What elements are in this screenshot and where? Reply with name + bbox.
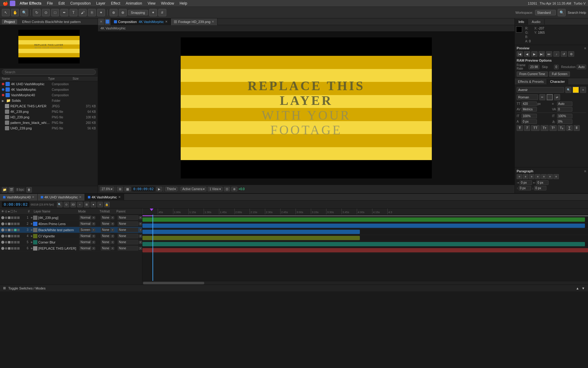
project-item-4k[interactable]: 4K VashiMorphic Composition [0,87,98,92]
tl-tab-4k[interactable]: 4K VashiMorphic ✕ [85,194,124,201]
puppet-tool[interactable]: ✦ [97,9,105,16]
tl-tab-4k-uhd[interactable]: 4K UHD VashiMorphic ✕ [38,194,85,201]
search-help-btn[interactable]: 🔍 [558,9,566,16]
text-color-swatch[interactable] [573,87,579,93]
hide-shy-btn[interactable]: ≡ [97,202,103,207]
tracking-input[interactable] [557,107,572,112]
stamp-tool[interactable]: ⎘ [88,9,96,16]
align-center-btn[interactable]: ≡ [523,174,528,179]
lock-btn[interactable]: 🔒 [104,202,110,207]
layer-5-expand[interactable]: ▶ [31,241,33,243]
snapping-label[interactable]: Snapping [128,10,148,15]
subscript-btn[interactable]: T₂ [558,125,565,131]
viewer-timecode[interactable]: 0:00:09:02 [132,187,155,191]
layer-4-eye[interactable] [1,235,4,238]
hand-tool[interactable]: ✋ [11,9,19,16]
layer-5-parent-arrow[interactable]: ▾ [139,241,142,244]
tl-zoom-in-btn[interactable]: ▼ [582,286,585,290]
all-caps-btn[interactable]: TT [531,125,539,131]
layer-3-trk-arrow[interactable]: ▾ [111,228,114,232]
full-screen-btn[interactable]: Full Screen [549,71,570,77]
layer-1-trk-val[interactable]: None [101,215,111,220]
font-name-input[interactable] [517,87,564,93]
layer-4-lock[interactable] [5,235,7,237]
tl-tab-vashi40-close[interactable]: ✕ [32,195,34,199]
search-layer-btn[interactable]: 🔍 [57,202,62,207]
layer-2-expand[interactable]: ▶ [31,223,33,225]
layer-5-trk-arrow[interactable]: ▾ [111,241,114,244]
layer-6-null[interactable] [11,247,13,250]
layer-3-expand[interactable]: ▶ [31,229,33,231]
toggle-switches-btn[interactable]: ⊞ [3,286,6,290]
preview-first-frame-btn[interactable]: |◀ [517,51,523,57]
kerning-method-input[interactable] [522,107,537,112]
solo-btn[interactable]: ● [91,202,96,207]
align-left-btn[interactable]: ≡ [517,174,522,179]
new-folder-btn[interactable]: 📁 [2,187,7,193]
layer-3-mode-val[interactable]: Screen [79,228,92,232]
render-queue-btn[interactable]: ⊙ [64,202,69,207]
text-tool[interactable]: T [70,9,77,16]
pen-tool[interactable]: ✒ [60,9,68,16]
project-item-pattern[interactable]: pattern_lines_black_white.png PNG file 2… [0,120,98,125]
layer-4-parent-val[interactable]: None [118,234,138,238]
layer-2-trk-val[interactable]: None [101,221,111,226]
layer-6-expand[interactable]: ▶ [31,247,33,250]
layer-4-trk-val[interactable]: None [101,234,111,238]
zoom-level-btn[interactable]: 27.6% ▾ [100,187,114,191]
motion-blur-btn[interactable]: ≈ [77,202,83,207]
third-view-btn[interactable]: Third ▾ [165,187,178,191]
layer-1-null[interactable] [11,217,13,219]
layer-4-parent-arrow[interactable]: ▾ [139,235,142,238]
menu-animation[interactable]: Animation [123,1,145,6]
footage-tab-close[interactable]: ✕ [212,20,214,23]
footage-tab[interactable]: Footage HD_239.png ✕ [171,18,217,25]
layer-3-parent-val[interactable]: None [118,228,138,232]
layer-6-parent-arrow[interactable]: ▾ [139,247,142,250]
grid-view-btn[interactable]: ▦ [124,187,131,191]
align-right-btn[interactable]: ≡ [529,174,534,179]
exposure-btn[interactable]: ⊕ [231,187,237,191]
layer-3-parent-arrow[interactable]: ▾ [139,228,142,232]
effect-controls-tab[interactable]: Effect Controls Black/White test pattern [20,19,83,24]
justify-all-btn[interactable]: ≡ [553,174,559,179]
layer-1-lock[interactable] [5,217,7,219]
menu-app-name[interactable]: After Effects [17,1,44,6]
project-item-vashi40[interactable]: VashiMorphic40 Composition [0,92,98,98]
superscript-btn[interactable]: T² [549,125,557,131]
layer-1-mode-arrow[interactable]: ▾ [92,216,95,219]
menu-layer[interactable]: Layer [94,1,108,6]
layer-4-fx[interactable] [14,235,17,237]
framerate-val[interactable]: 23.98 [529,65,539,69]
apple-menu[interactable]: 🍎 [2,1,8,6]
menu-help[interactable]: Help [177,1,190,6]
layer-3-lock[interactable] [5,229,7,231]
new-comp-btn[interactable]: 🎬 [9,187,14,193]
camera-btn[interactable]: Active Camera ▾ [180,187,206,191]
layer-1-fx[interactable] [14,217,17,219]
layer-row-2[interactable]: 2 ▶ 40mm Primo Lens Normal ▾ None ▾ None… [0,221,142,227]
timeline-timecode[interactable]: 0:00:09:02 [2,201,29,207]
menu-composition[interactable]: Composition [68,1,93,6]
layer-5-solo[interactable] [8,241,10,243]
font-size-input[interactable] [522,102,537,106]
brush-tool[interactable]: 🖌 [79,9,87,16]
bold-btn[interactable]: T [517,125,523,131]
layer-6-solo[interactable] [8,247,10,250]
layer-1-eye[interactable] [1,216,4,219]
rect-tool[interactable]: □ [51,9,59,16]
font-style-input[interactable] [517,94,538,100]
layer-4-expand[interactable]: ▶ [31,235,33,237]
snap-btn2[interactable]: ⊕ [119,9,127,16]
layer-5-null[interactable] [11,241,13,243]
tl-scroll-bar[interactable] [142,281,588,285]
baseline-input[interactable] [522,119,537,124]
layer-2-parent-arrow[interactable]: ▾ [139,222,142,225]
layer-1-parent-arrow[interactable]: ▾ [139,216,142,219]
preview-prev-frame-btn[interactable]: ◀ [524,51,530,57]
layer-2-eye[interactable] [1,222,4,225]
tl-tab-4k-close[interactable]: ✕ [118,195,121,199]
comp-tab-close[interactable]: ✕ [165,20,168,23]
layer-5-parent-val[interactable]: None [118,240,138,244]
tl-track-3[interactable] [142,229,588,235]
